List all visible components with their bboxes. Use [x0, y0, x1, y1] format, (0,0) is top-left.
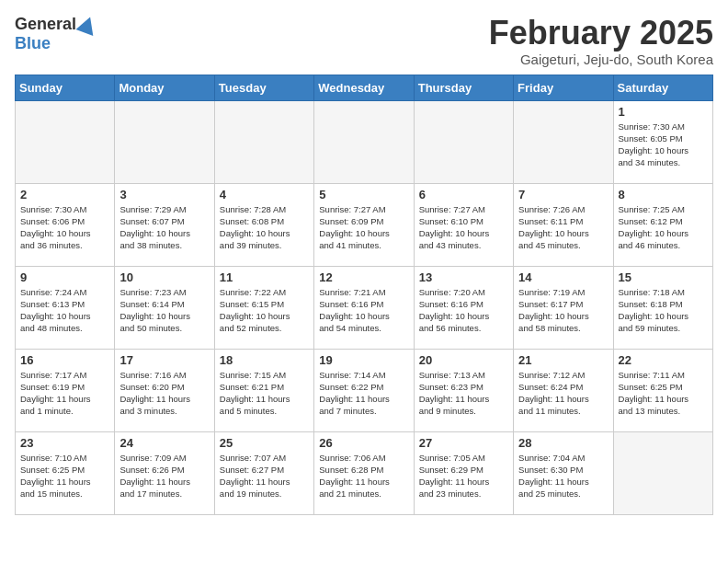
day-number: 20 [419, 353, 508, 367]
day-number: 23 [20, 436, 109, 450]
day-info: Sunrise: 7:12 AM Sunset: 6:24 PM Dayligh… [518, 369, 608, 418]
calendar-week-row: 23Sunrise: 7:10 AM Sunset: 6:25 PM Dayli… [16, 431, 713, 514]
calendar-day-cell [314, 100, 414, 183]
calendar-day-header: Tuesday [214, 75, 313, 100]
day-info: Sunrise: 7:13 AM Sunset: 6:23 PM Dayligh… [419, 369, 508, 418]
calendar-day-cell [16, 100, 115, 183]
calendar-day-header: Friday [514, 75, 613, 100]
calendar-day-cell: 28Sunrise: 7:04 AM Sunset: 6:30 PM Dayli… [514, 431, 613, 514]
day-number: 9 [20, 270, 109, 284]
day-number: 6 [419, 188, 508, 201]
day-info: Sunrise: 7:23 AM Sunset: 6:14 PM Dayligh… [119, 286, 209, 335]
day-number: 8 [619, 188, 708, 201]
day-number: 1 [619, 105, 708, 119]
day-number: 10 [119, 270, 209, 284]
calendar-day-cell: 11Sunrise: 7:22 AM Sunset: 6:15 PM Dayli… [214, 266, 313, 349]
calendar-day-cell: 16Sunrise: 7:17 AM Sunset: 6:19 PM Dayli… [16, 349, 115, 431]
day-number: 27 [419, 436, 508, 450]
calendar-day-header: Wednesday [314, 75, 414, 100]
calendar-week-row: 2Sunrise: 7:30 AM Sunset: 6:06 PM Daylig… [16, 183, 713, 266]
calendar-day-cell [214, 100, 313, 183]
day-number: 16 [20, 353, 109, 367]
day-number: 12 [319, 270, 408, 284]
calendar-header-row: SundayMondayTuesdayWednesdayThursdayFrid… [16, 75, 713, 100]
calendar-week-row: 1Sunrise: 7:30 AM Sunset: 6:05 PM Daylig… [16, 100, 713, 183]
day-info: Sunrise: 7:15 AM Sunset: 6:21 PM Dayligh… [220, 369, 309, 418]
day-number: 22 [619, 353, 708, 367]
calendar-day-cell: 3Sunrise: 7:29 AM Sunset: 6:07 PM Daylig… [115, 183, 214, 266]
logo-general-text: General [15, 15, 76, 34]
calendar-day-cell: 4Sunrise: 7:28 AM Sunset: 6:08 PM Daylig… [214, 183, 313, 266]
day-info: Sunrise: 7:18 AM Sunset: 6:18 PM Dayligh… [619, 286, 708, 335]
day-number: 4 [220, 188, 309, 201]
day-number: 18 [220, 353, 309, 367]
calendar-day-cell: 2Sunrise: 7:30 AM Sunset: 6:06 PM Daylig… [16, 183, 115, 266]
calendar-day-cell: 10Sunrise: 7:23 AM Sunset: 6:14 PM Dayli… [115, 266, 214, 349]
day-info: Sunrise: 7:06 AM Sunset: 6:28 PM Dayligh… [319, 452, 408, 500]
day-number: 13 [419, 270, 508, 284]
calendar-day-cell: 21Sunrise: 7:12 AM Sunset: 6:24 PM Dayli… [514, 349, 613, 431]
day-number: 28 [518, 436, 608, 450]
calendar-day-cell: 17Sunrise: 7:16 AM Sunset: 6:20 PM Dayli… [115, 349, 214, 431]
day-info: Sunrise: 7:27 AM Sunset: 6:10 PM Dayligh… [419, 203, 508, 252]
calendar-day-cell: 27Sunrise: 7:05 AM Sunset: 6:29 PM Dayli… [414, 431, 513, 514]
day-number: 17 [119, 353, 209, 367]
day-number: 7 [518, 188, 608, 201]
day-number: 3 [119, 188, 209, 201]
day-info: Sunrise: 7:09 AM Sunset: 6:26 PM Dayligh… [119, 452, 209, 500]
location-text: Gaigeturi, Jeju-do, South Korea [489, 52, 713, 67]
day-number: 21 [518, 353, 608, 367]
calendar-day-cell [115, 100, 214, 183]
calendar-day-cell: 15Sunrise: 7:18 AM Sunset: 6:18 PM Dayli… [613, 266, 712, 349]
calendar-day-cell: 24Sunrise: 7:09 AM Sunset: 6:26 PM Dayli… [115, 431, 214, 514]
day-info: Sunrise: 7:26 AM Sunset: 6:11 PM Dayligh… [518, 203, 608, 252]
day-info: Sunrise: 7:04 AM Sunset: 6:30 PM Dayligh… [518, 452, 608, 500]
calendar-day-header: Sunday [16, 75, 115, 100]
day-info: Sunrise: 7:20 AM Sunset: 6:16 PM Dayligh… [419, 286, 508, 335]
calendar-day-header: Thursday [414, 75, 513, 100]
calendar-day-cell: 22Sunrise: 7:11 AM Sunset: 6:25 PM Dayli… [613, 349, 712, 431]
day-number: 25 [220, 436, 309, 450]
calendar-day-cell: 9Sunrise: 7:24 AM Sunset: 6:13 PM Daylig… [16, 266, 115, 349]
day-info: Sunrise: 7:11 AM Sunset: 6:25 PM Dayligh… [619, 369, 708, 418]
calendar-day-cell: 5Sunrise: 7:27 AM Sunset: 6:09 PM Daylig… [314, 183, 414, 266]
title-section: February 2025 Gaigeturi, Jeju-do, South … [489, 15, 713, 67]
calendar-day-cell: 8Sunrise: 7:25 AM Sunset: 6:12 PM Daylig… [613, 183, 712, 266]
calendar-day-cell: 23Sunrise: 7:10 AM Sunset: 6:25 PM Dayli… [16, 431, 115, 514]
day-info: Sunrise: 7:19 AM Sunset: 6:17 PM Dayligh… [518, 286, 608, 335]
day-info: Sunrise: 7:07 AM Sunset: 6:27 PM Dayligh… [220, 452, 309, 500]
day-info: Sunrise: 7:05 AM Sunset: 6:29 PM Dayligh… [419, 452, 508, 500]
calendar-day-cell: 25Sunrise: 7:07 AM Sunset: 6:27 PM Dayli… [214, 431, 313, 514]
day-info: Sunrise: 7:10 AM Sunset: 6:25 PM Dayligh… [20, 452, 109, 500]
day-info: Sunrise: 7:14 AM Sunset: 6:22 PM Dayligh… [319, 369, 408, 418]
day-number: 5 [319, 188, 408, 201]
calendar-day-cell: 18Sunrise: 7:15 AM Sunset: 6:21 PM Dayli… [214, 349, 313, 431]
calendar-day-cell: 20Sunrise: 7:13 AM Sunset: 6:23 PM Dayli… [414, 349, 513, 431]
calendar-day-cell [613, 431, 712, 514]
calendar-week-row: 9Sunrise: 7:24 AM Sunset: 6:13 PM Daylig… [16, 266, 713, 349]
day-info: Sunrise: 7:30 AM Sunset: 6:05 PM Dayligh… [619, 121, 708, 169]
day-number: 24 [119, 436, 209, 450]
calendar-day-cell: 7Sunrise: 7:26 AM Sunset: 6:11 PM Daylig… [514, 183, 613, 266]
calendar-day-cell: 1Sunrise: 7:30 AM Sunset: 6:05 PM Daylig… [613, 100, 712, 183]
day-info: Sunrise: 7:21 AM Sunset: 6:16 PM Dayligh… [319, 286, 408, 335]
day-info: Sunrise: 7:25 AM Sunset: 6:12 PM Dayligh… [619, 203, 708, 252]
day-number: 26 [319, 436, 408, 450]
day-number: 14 [518, 270, 608, 284]
day-info: Sunrise: 7:17 AM Sunset: 6:19 PM Dayligh… [20, 369, 109, 418]
day-info: Sunrise: 7:30 AM Sunset: 6:06 PM Dayligh… [20, 203, 109, 252]
calendar-day-cell: 14Sunrise: 7:19 AM Sunset: 6:17 PM Dayli… [514, 266, 613, 349]
calendar-day-cell: 12Sunrise: 7:21 AM Sunset: 6:16 PM Dayli… [314, 266, 414, 349]
calendar-day-header: Monday [115, 75, 214, 100]
calendar-day-cell [414, 100, 513, 183]
calendar-day-cell [514, 100, 613, 183]
calendar-week-row: 16Sunrise: 7:17 AM Sunset: 6:19 PM Dayli… [16, 349, 713, 431]
day-number: 15 [619, 270, 708, 284]
logo-triangle-icon [76, 14, 99, 36]
month-title: February 2025 [489, 15, 713, 52]
calendar-day-cell: 6Sunrise: 7:27 AM Sunset: 6:10 PM Daylig… [414, 183, 513, 266]
logo: General Blue [15, 15, 97, 53]
logo-blue-text: Blue [15, 34, 51, 53]
day-info: Sunrise: 7:22 AM Sunset: 6:15 PM Dayligh… [220, 286, 309, 335]
day-info: Sunrise: 7:29 AM Sunset: 6:07 PM Dayligh… [119, 203, 209, 252]
